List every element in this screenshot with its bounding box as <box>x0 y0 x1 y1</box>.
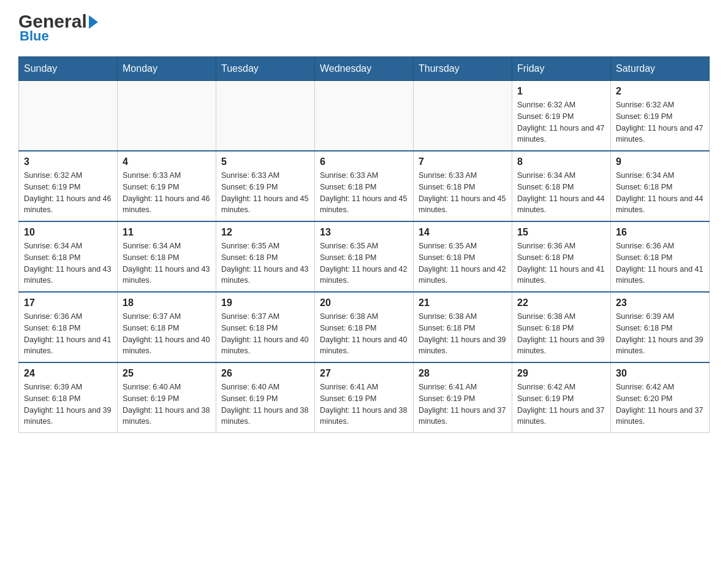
day-info: Sunrise: 6:34 AMSunset: 6:18 PMDaylight:… <box>616 170 704 216</box>
calendar-cell: 22Sunrise: 6:38 AMSunset: 6:18 PMDayligh… <box>512 292 611 362</box>
calendar-cell: 30Sunrise: 6:42 AMSunset: 6:20 PMDayligh… <box>611 362 710 433</box>
day-info: Sunrise: 6:35 AMSunset: 6:18 PMDaylight:… <box>419 240 507 286</box>
calendar-cell: 27Sunrise: 6:41 AMSunset: 6:19 PMDayligh… <box>315 362 414 433</box>
calendar-cell: 5Sunrise: 6:33 AMSunset: 6:19 PMDaylight… <box>216 151 315 221</box>
column-header-monday: Monday <box>118 57 216 81</box>
calendar-cell: 24Sunrise: 6:39 AMSunset: 6:18 PMDayligh… <box>19 362 118 433</box>
day-number: 13 <box>320 227 408 238</box>
page-header: General Blue <box>18 12 710 44</box>
day-number: 30 <box>616 368 704 379</box>
day-info: Sunrise: 6:36 AMSunset: 6:18 PMDaylight:… <box>517 240 605 286</box>
calendar-week-row: 24Sunrise: 6:39 AMSunset: 6:18 PMDayligh… <box>19 362 710 433</box>
day-info: Sunrise: 6:40 AMSunset: 6:19 PMDaylight:… <box>123 381 211 427</box>
calendar-cell: 26Sunrise: 6:40 AMSunset: 6:19 PMDayligh… <box>216 362 315 433</box>
day-number: 11 <box>123 227 211 238</box>
day-info: Sunrise: 6:33 AMSunset: 6:18 PMDaylight:… <box>320 170 408 216</box>
day-number: 18 <box>123 297 211 308</box>
calendar-cell <box>414 81 512 151</box>
calendar-cell: 6Sunrise: 6:33 AMSunset: 6:18 PMDaylight… <box>315 151 414 221</box>
day-info: Sunrise: 6:37 AMSunset: 6:18 PMDaylight:… <box>221 311 309 357</box>
calendar-cell: 29Sunrise: 6:42 AMSunset: 6:19 PMDayligh… <box>512 362 611 433</box>
column-header-wednesday: Wednesday <box>315 57 414 81</box>
logo-blue-word: Blue <box>20 28 49 44</box>
calendar-cell: 25Sunrise: 6:40 AMSunset: 6:19 PMDayligh… <box>118 362 216 433</box>
day-number: 1 <box>517 86 605 97</box>
day-info: Sunrise: 6:34 AMSunset: 6:18 PMDaylight:… <box>517 170 605 216</box>
day-number: 5 <box>221 156 309 167</box>
calendar-cell: 20Sunrise: 6:38 AMSunset: 6:18 PMDayligh… <box>315 292 414 362</box>
calendar-cell: 13Sunrise: 6:35 AMSunset: 6:18 PMDayligh… <box>315 221 414 292</box>
day-number: 8 <box>517 156 605 167</box>
day-info: Sunrise: 6:42 AMSunset: 6:19 PMDaylight:… <box>517 381 605 427</box>
calendar-cell <box>216 81 315 151</box>
column-header-friday: Friday <box>512 57 611 81</box>
column-header-sunday: Sunday <box>19 57 118 81</box>
column-header-thursday: Thursday <box>414 57 512 81</box>
day-number: 26 <box>221 368 309 379</box>
calendar-week-row: 17Sunrise: 6:36 AMSunset: 6:18 PMDayligh… <box>19 292 710 362</box>
day-info: Sunrise: 6:41 AMSunset: 6:19 PMDaylight:… <box>320 381 408 427</box>
calendar-cell: 1Sunrise: 6:32 AMSunset: 6:19 PMDaylight… <box>512 81 611 151</box>
column-header-saturday: Saturday <box>611 57 710 81</box>
day-info: Sunrise: 6:38 AMSunset: 6:18 PMDaylight:… <box>320 311 408 357</box>
day-info: Sunrise: 6:34 AMSunset: 6:18 PMDaylight:… <box>123 240 211 286</box>
day-info: Sunrise: 6:38 AMSunset: 6:18 PMDaylight:… <box>419 311 507 357</box>
day-info: Sunrise: 6:34 AMSunset: 6:18 PMDaylight:… <box>24 240 112 286</box>
calendar-cell: 14Sunrise: 6:35 AMSunset: 6:18 PMDayligh… <box>414 221 512 292</box>
calendar-cell: 11Sunrise: 6:34 AMSunset: 6:18 PMDayligh… <box>118 221 216 292</box>
calendar-cell: 17Sunrise: 6:36 AMSunset: 6:18 PMDayligh… <box>19 292 118 362</box>
calendar-cell: 21Sunrise: 6:38 AMSunset: 6:18 PMDayligh… <box>414 292 512 362</box>
calendar-week-row: 1Sunrise: 6:32 AMSunset: 6:19 PMDaylight… <box>19 81 710 151</box>
day-info: Sunrise: 6:32 AMSunset: 6:19 PMDaylight:… <box>24 170 112 216</box>
day-info: Sunrise: 6:32 AMSunset: 6:19 PMDaylight:… <box>616 99 704 145</box>
day-number: 4 <box>123 156 211 167</box>
day-info: Sunrise: 6:35 AMSunset: 6:18 PMDaylight:… <box>221 240 309 286</box>
calendar-cell: 4Sunrise: 6:33 AMSunset: 6:19 PMDaylight… <box>118 151 216 221</box>
day-number: 6 <box>320 156 408 167</box>
day-info: Sunrise: 6:32 AMSunset: 6:19 PMDaylight:… <box>517 99 605 145</box>
calendar-cell: 12Sunrise: 6:35 AMSunset: 6:18 PMDayligh… <box>216 221 315 292</box>
calendar-cell <box>19 81 118 151</box>
day-number: 22 <box>517 297 605 308</box>
day-info: Sunrise: 6:41 AMSunset: 6:19 PMDaylight:… <box>419 381 507 427</box>
calendar-cell: 23Sunrise: 6:39 AMSunset: 6:18 PMDayligh… <box>611 292 710 362</box>
logo-arrow-icon <box>89 15 98 29</box>
calendar-week-row: 10Sunrise: 6:34 AMSunset: 6:18 PMDayligh… <box>19 221 710 292</box>
calendar-cell: 15Sunrise: 6:36 AMSunset: 6:18 PMDayligh… <box>512 221 611 292</box>
column-header-tuesday: Tuesday <box>216 57 315 81</box>
calendar-cell: 10Sunrise: 6:34 AMSunset: 6:18 PMDayligh… <box>19 221 118 292</box>
day-number: 16 <box>616 227 704 238</box>
day-info: Sunrise: 6:40 AMSunset: 6:19 PMDaylight:… <box>221 381 309 427</box>
calendar-cell: 8Sunrise: 6:34 AMSunset: 6:18 PMDaylight… <box>512 151 611 221</box>
day-info: Sunrise: 6:35 AMSunset: 6:18 PMDaylight:… <box>320 240 408 286</box>
calendar-cell: 9Sunrise: 6:34 AMSunset: 6:18 PMDaylight… <box>611 151 710 221</box>
day-info: Sunrise: 6:39 AMSunset: 6:18 PMDaylight:… <box>24 381 112 427</box>
day-info: Sunrise: 6:38 AMSunset: 6:18 PMDaylight:… <box>517 311 605 357</box>
day-info: Sunrise: 6:37 AMSunset: 6:18 PMDaylight:… <box>123 311 211 357</box>
day-number: 12 <box>221 227 309 238</box>
calendar-week-row: 3Sunrise: 6:32 AMSunset: 6:19 PMDaylight… <box>19 151 710 221</box>
calendar-cell <box>118 81 216 151</box>
day-number: 29 <box>517 368 605 379</box>
calendar-cell: 19Sunrise: 6:37 AMSunset: 6:18 PMDayligh… <box>216 292 315 362</box>
day-number: 21 <box>419 297 507 308</box>
day-info: Sunrise: 6:33 AMSunset: 6:19 PMDaylight:… <box>123 170 211 216</box>
calendar-table: SundayMondayTuesdayWednesdayThursdayFrid… <box>18 56 710 433</box>
calendar-cell: 28Sunrise: 6:41 AMSunset: 6:19 PMDayligh… <box>414 362 512 433</box>
day-info: Sunrise: 6:33 AMSunset: 6:18 PMDaylight:… <box>419 170 507 216</box>
day-number: 24 <box>24 368 112 379</box>
day-number: 23 <box>616 297 704 308</box>
day-number: 2 <box>616 86 704 97</box>
day-info: Sunrise: 6:42 AMSunset: 6:20 PMDaylight:… <box>616 381 704 427</box>
day-number: 7 <box>419 156 507 167</box>
day-number: 15 <box>517 227 605 238</box>
day-number: 17 <box>24 297 112 308</box>
day-number: 3 <box>24 156 112 167</box>
calendar-cell <box>315 81 414 151</box>
calendar-cell: 16Sunrise: 6:36 AMSunset: 6:18 PMDayligh… <box>611 221 710 292</box>
day-info: Sunrise: 6:33 AMSunset: 6:19 PMDaylight:… <box>221 170 309 216</box>
calendar-cell: 3Sunrise: 6:32 AMSunset: 6:19 PMDaylight… <box>19 151 118 221</box>
day-number: 20 <box>320 297 408 308</box>
calendar-header-row: SundayMondayTuesdayWednesdayThursdayFrid… <box>19 57 710 81</box>
calendar-cell: 7Sunrise: 6:33 AMSunset: 6:18 PMDaylight… <box>414 151 512 221</box>
